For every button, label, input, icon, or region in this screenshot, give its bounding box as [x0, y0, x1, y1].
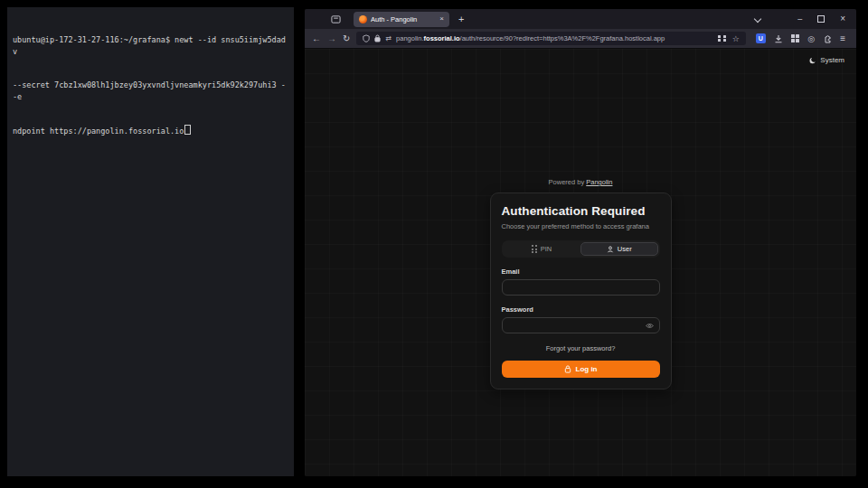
list-tabs-chevron-icon[interactable]	[754, 15, 761, 23]
pangolin-favicon	[359, 15, 367, 23]
lock-icon[interactable]	[374, 34, 381, 42]
bookmark-star-icon[interactable]: ☆	[732, 34, 740, 43]
pangolin-link[interactable]: Pangolin	[586, 178, 612, 186]
terminal-cursor	[184, 125, 191, 135]
window-controls: – ×	[755, 14, 851, 23]
ublock-extension-icon[interactable]: U	[756, 33, 766, 43]
tab-title: Auth - Pangolin	[371, 15, 436, 23]
card-title: Authentication Required	[502, 204, 660, 218]
terminal-line: ubuntu@ip-172-31-27-116:~/grafana$ newt …	[13, 34, 288, 57]
theme-label: System	[820, 56, 844, 64]
moon-icon	[809, 57, 816, 64]
address-bar[interactable]: ⇄ pangolin.fossorial.io/auth/resource/90…	[356, 32, 745, 45]
maximize-button[interactable]	[817, 15, 825, 23]
reload-button[interactable]: ↻	[343, 34, 350, 43]
record-circle-extension-icon[interactable]: ◎	[807, 34, 815, 43]
show-password-eye-icon[interactable]	[646, 323, 654, 329]
auth-card: Authentication Required Choose your pref…	[490, 192, 672, 389]
password-field-box	[502, 317, 660, 333]
terminal-line: ndpoint https://pangolin.fossorial.io	[13, 125, 288, 137]
tab-close-icon[interactable]: ×	[439, 15, 444, 23]
page-actions-grid-icon[interactable]	[718, 35, 727, 42]
close-window-button[interactable]: ×	[840, 14, 845, 23]
terminal-line: --secret 7cbz1xw08lh1jbzey03yxvndljvneam…	[13, 80, 288, 102]
account-grid-icon[interactable]	[791, 34, 800, 43]
card-subtitle: Choose your preferred method to access g…	[502, 222, 660, 230]
back-button[interactable]: ←	[312, 34, 321, 43]
extension-icons: U ◎ ≡	[752, 33, 849, 43]
tab-bar: Auth - Pangolin × + – ×	[305, 9, 856, 29]
email-field-box	[502, 279, 660, 296]
email-label: Email	[502, 267, 660, 276]
browser-window: Auth - Pangolin × + – × ← → ↻ ⇄ pangolin…	[305, 9, 856, 476]
auth-section: Powered by Pangolin Authentication Requi…	[305, 178, 856, 389]
minimize-button[interactable]: –	[797, 15, 802, 23]
tab-pin[interactable]: PIN	[504, 242, 581, 256]
terminal-window[interactable]: ubuntu@ip-172-31-27-116:~/grafana$ newt …	[7, 7, 294, 476]
browser-toolbar: ← → ↻ ⇄ pangolin.fossorial.io/auth/resou…	[305, 29, 856, 49]
url-text[interactable]: pangolin.fossorial.io/auth/resource/90?r…	[396, 34, 713, 42]
user-icon	[607, 246, 614, 253]
forward-button[interactable]: →	[327, 34, 336, 43]
login-button[interactable]: Log in	[502, 361, 660, 378]
auth-method-tabs: PIN User	[502, 240, 660, 258]
powered-by: Powered by Pangolin	[549, 178, 613, 186]
firefox-view-icon[interactable]	[326, 12, 344, 26]
extensions-puzzle-icon[interactable]	[823, 34, 832, 43]
keypad-icon	[532, 245, 537, 253]
container-swap-icon[interactable]: ⇄	[385, 34, 392, 42]
login-lock-icon	[564, 365, 571, 373]
forgot-password-link[interactable]: Forgot your password?	[502, 344, 660, 352]
password-label: Password	[502, 305, 660, 314]
hamburger-menu-icon[interactable]: ≡	[840, 33, 845, 43]
page-content: System Powered by Pangolin Authenticatio…	[305, 49, 856, 476]
password-input[interactable]	[508, 322, 646, 330]
new-tab-button[interactable]: +	[458, 14, 464, 24]
downloads-icon[interactable]	[774, 34, 783, 43]
tab-auth-pangolin[interactable]: Auth - Pangolin ×	[354, 12, 449, 27]
urlbar-actions: ☆	[718, 34, 740, 43]
email-input[interactable]	[508, 284, 654, 292]
shield-icon[interactable]	[363, 34, 370, 42]
tab-user[interactable]: User	[580, 242, 658, 256]
theme-toggle[interactable]: System	[809, 56, 844, 64]
